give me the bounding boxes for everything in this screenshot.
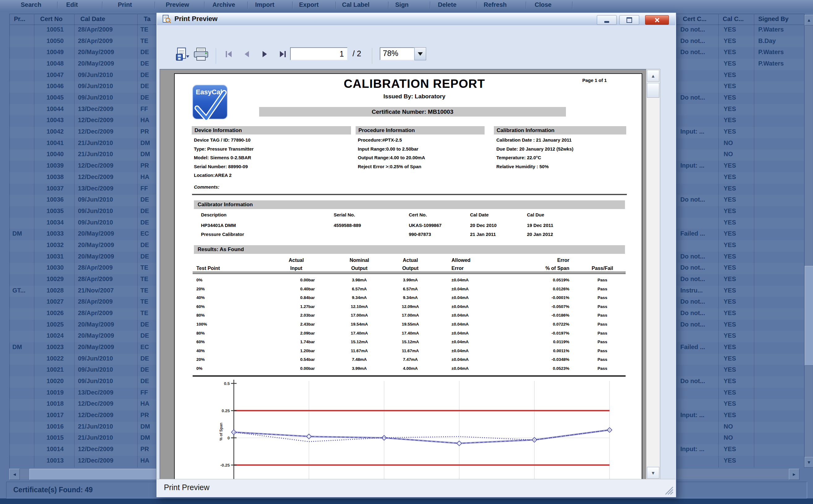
- cell-cert: 10014: [34, 446, 64, 453]
- export-button[interactable]: [175, 47, 190, 62]
- cell-date: 09/Jun/2010: [78, 196, 137, 203]
- cell-cal_complete: YES: [724, 241, 753, 249]
- first-page-button[interactable]: [223, 48, 235, 60]
- menu-item-cal-label[interactable]: Cal Label: [342, 1, 370, 8]
- cell-signed: P.Waters: [758, 60, 805, 67]
- calibrator-column-header: Cal Date: [470, 212, 489, 217]
- minimize-button[interactable]: [597, 15, 617, 25]
- cell-cert_comment: Do not...: [680, 94, 717, 101]
- last-page-button[interactable]: [276, 48, 289, 60]
- cell-cal_complete: YES: [724, 37, 753, 45]
- cell-date: 28/Apr/2009: [78, 298, 137, 305]
- cell-cert: 10041: [34, 139, 64, 147]
- menu-item-preview[interactable]: Preview: [166, 1, 189, 8]
- menu-item-close[interactable]: Close: [535, 1, 551, 8]
- column-header-signedby[interactable]: Signed By: [758, 15, 789, 23]
- first-page-icon: [225, 50, 233, 58]
- cell-cert: 10043: [34, 117, 64, 124]
- cell-date: 12/Dec/2009: [78, 457, 137, 464]
- menu-item-refresh[interactable]: Refresh: [484, 1, 507, 8]
- results-column-header: Nominal: [335, 258, 384, 263]
- cell-date: 20/May/2009: [78, 230, 137, 237]
- cell-cal_complete: YES: [724, 230, 753, 237]
- cell-cal_complete: YES: [724, 389, 753, 396]
- results-cell: 15.12mA: [335, 340, 384, 344]
- menu-item-search[interactable]: Search: [21, 1, 41, 8]
- results-cell: 1.20bar: [278, 348, 315, 353]
- dialog-titlebar[interactable]: Print Preview: [157, 13, 675, 25]
- results-cell: ±0.04mA: [451, 340, 492, 344]
- procedure-info-line: Reject Error >:0.25% of Span: [358, 164, 421, 169]
- dialog-status-bar: Print Preview: [157, 479, 675, 497]
- column-header-ta[interactable]: Ta: [144, 15, 151, 23]
- next-page-button[interactable]: [259, 48, 271, 60]
- preview-scroll-up-button[interactable]: ▲: [647, 70, 659, 82]
- previous-page-icon: [243, 50, 251, 58]
- preview-scroll-down-button[interactable]: ▼: [647, 467, 659, 479]
- cell-date: 20/May/2009: [78, 344, 137, 351]
- cell-cert: 10020: [34, 378, 64, 385]
- menu-separator: [155, 2, 155, 9]
- svg-text:-0.25: -0.25: [220, 463, 230, 468]
- results-column-header: % of Span: [523, 266, 569, 271]
- cell-cal_complete: YES: [724, 355, 753, 362]
- calibrator-cell: HP34401A DMM: [201, 223, 236, 228]
- column-header-caldate[interactable]: Cal Date: [80, 15, 105, 23]
- page-number-input[interactable]: [290, 47, 348, 60]
- column-header-pr[interactable]: Pr...: [14, 15, 25, 23]
- menu-item-export[interactable]: Export: [299, 1, 319, 8]
- zoom-dropdown-button[interactable]: [414, 47, 426, 60]
- menu-item-sign[interactable]: Sign: [395, 1, 409, 8]
- easycal-main-window: SearchEditPrintPreviewArchiveImportExpor…: [0, 0, 813, 504]
- main-vscroll-thumb[interactable]: [805, 266, 813, 365]
- menu-item-archive[interactable]: Archive: [212, 1, 235, 8]
- report-page-label: Page 1 of 1: [582, 78, 607, 83]
- calibrator-cell: 20 Jan 2012: [527, 232, 553, 237]
- results-cell: 15.12mA: [386, 340, 435, 344]
- dialog-status-text: Print Preview: [164, 483, 209, 492]
- cell-cal_complete: YES: [724, 287, 753, 294]
- results-cell: 1.74bar: [278, 340, 315, 344]
- previous-page-button[interactable]: [241, 48, 253, 60]
- menu-item-import[interactable]: Import: [255, 1, 274, 8]
- close-button[interactable]: [645, 15, 669, 25]
- cell-cert: 10046: [34, 83, 64, 90]
- cell-cal_complete: YES: [724, 366, 753, 373]
- main-vscroll-up-button[interactable]: ▲: [805, 15, 813, 25]
- column-header-calc[interactable]: Cal C...: [723, 15, 744, 23]
- right-arrow-icon: ►: [792, 472, 796, 477]
- main-hscroll-left-button[interactable]: ◄: [9, 469, 20, 480]
- results-cell: 3.99mA: [386, 278, 435, 282]
- calibration-info-line: Due Date: 20 January 2012 (52wks): [496, 146, 573, 152]
- menu-item-print[interactable]: Print: [118, 1, 132, 8]
- column-header-certc[interactable]: Cert C...: [683, 15, 707, 23]
- maximize-button[interactable]: [619, 15, 639, 25]
- resize-grip[interactable]: [663, 485, 674, 495]
- cell-date: 20/May/2009: [78, 241, 137, 249]
- menu-item-delete[interactable]: Delete: [438, 1, 456, 8]
- results-cell: ±0.04mA: [451, 357, 492, 362]
- cell-cal_complete: YES: [724, 173, 753, 181]
- main-hscroll-thumb[interactable]: [29, 469, 174, 480]
- results-cell: 0.84bar: [278, 295, 315, 300]
- results-cell: 12.10mA: [335, 304, 384, 309]
- cell-cert: 10049: [34, 49, 64, 56]
- zoom-select[interactable]: 78%: [380, 47, 414, 60]
- preview-scroll-thumb[interactable]: [647, 83, 659, 98]
- main-vscroll-down-button[interactable]: ▼: [805, 457, 813, 468]
- column-header-certno[interactable]: Cert No: [40, 15, 62, 23]
- main-vscrollbar-track[interactable]: [805, 15, 813, 468]
- cell-cert_comment: Instru...: [680, 287, 717, 294]
- preview-vscrollbar[interactable]: ▲ ▼: [646, 69, 660, 480]
- cell-date: 21/Jun/2010: [78, 423, 137, 430]
- results-cell: 60%: [196, 304, 230, 309]
- menu-item-edit[interactable]: Edit: [66, 1, 78, 8]
- main-hscroll-right-button[interactable]: ►: [789, 469, 799, 480]
- menu-separator: [336, 2, 336, 9]
- cell-date: 28/Apr/2009: [78, 26, 137, 33]
- cell-cert: 10023: [34, 344, 64, 351]
- cell-date: 09/Jun/2010: [78, 83, 137, 90]
- print-button[interactable]: [193, 47, 209, 62]
- cell-cal_complete: YES: [724, 378, 753, 385]
- cell-cert: 10036: [34, 196, 64, 203]
